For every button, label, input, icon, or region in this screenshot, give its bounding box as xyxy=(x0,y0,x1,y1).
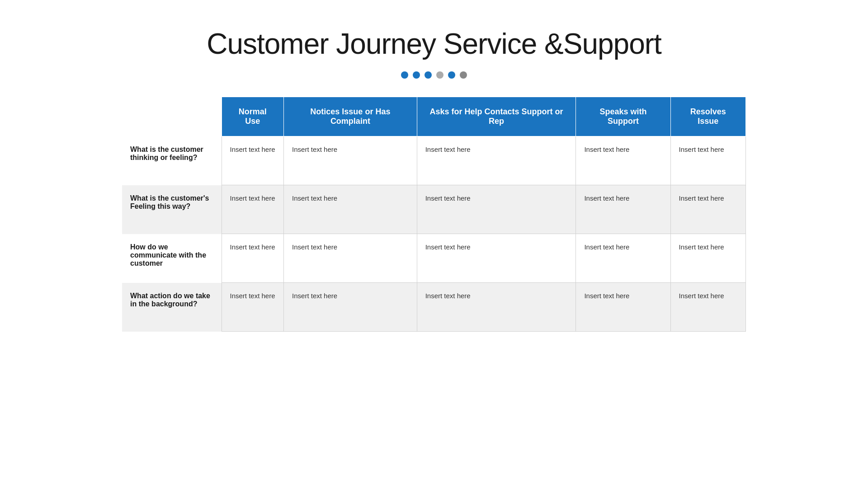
dot-2[interactable] xyxy=(413,71,420,79)
cell-2-2[interactable]: Insert text here xyxy=(417,234,576,283)
journey-table: Normal Use Notices Issue or Has Complain… xyxy=(122,97,746,332)
cell-0-3[interactable]: Insert text here xyxy=(576,136,670,185)
cell-3-4[interactable]: Insert text here xyxy=(670,283,745,332)
column-header-empty xyxy=(122,97,222,136)
cell-0-0[interactable]: Insert text here xyxy=(222,136,284,185)
table-row: What action do we take in the background… xyxy=(122,283,746,332)
column-header-normal-use: Normal Use xyxy=(222,97,284,136)
cell-0-1[interactable]: Insert text here xyxy=(284,136,417,185)
cell-3-2[interactable]: Insert text here xyxy=(417,283,576,332)
cell-3-3[interactable]: Insert text here xyxy=(576,283,670,332)
cell-2-0[interactable]: Insert text here xyxy=(222,234,284,283)
column-header-speaks-with-support: Speaks with Support xyxy=(576,97,670,136)
cell-3-1[interactable]: Insert text here xyxy=(284,283,417,332)
cell-3-0[interactable]: Insert text here xyxy=(222,283,284,332)
cell-0-4[interactable]: Insert text here xyxy=(670,136,745,185)
column-header-notices-issue: Notices Issue or Has Complaint xyxy=(284,97,417,136)
dot-5[interactable] xyxy=(448,71,455,79)
table-row: What is the customer's Feeling this way?… xyxy=(122,185,746,234)
page-title: Customer Journey Service &Support xyxy=(207,27,661,61)
column-header-asks-for-help: Asks for Help Contacts Support or Rep xyxy=(417,97,576,136)
cell-2-1[interactable]: Insert text here xyxy=(284,234,417,283)
cell-2-3[interactable]: Insert text here xyxy=(576,234,670,283)
cell-1-2[interactable]: Insert text here xyxy=(417,185,576,234)
cell-1-1[interactable]: Insert text here xyxy=(284,185,417,234)
dot-3[interactable] xyxy=(425,71,432,79)
table-row: How do we communicate with the customer … xyxy=(122,234,746,283)
pagination-dots xyxy=(401,71,467,79)
row-label-3: What action do we take in the background… xyxy=(122,283,222,332)
cell-1-4[interactable]: Insert text here xyxy=(670,185,745,234)
cell-1-0[interactable]: Insert text here xyxy=(222,185,284,234)
dot-6[interactable] xyxy=(460,71,467,79)
dot-4[interactable] xyxy=(436,71,443,79)
journey-table-wrapper: Normal Use Notices Issue or Has Complain… xyxy=(122,97,746,332)
row-label-2: How do we communicate with the customer xyxy=(122,234,222,283)
cell-2-4[interactable]: Insert text here xyxy=(670,234,745,283)
row-label-0: What is the customer thinking or feeling… xyxy=(122,136,222,185)
row-label-1: What is the customer's Feeling this way? xyxy=(122,185,222,234)
table-row: What is the customer thinking or feeling… xyxy=(122,136,746,185)
cell-1-3[interactable]: Insert text here xyxy=(576,185,670,234)
dot-1[interactable] xyxy=(401,71,408,79)
cell-0-2[interactable]: Insert text here xyxy=(417,136,576,185)
column-header-resolves-issue: Resolves Issue xyxy=(670,97,745,136)
